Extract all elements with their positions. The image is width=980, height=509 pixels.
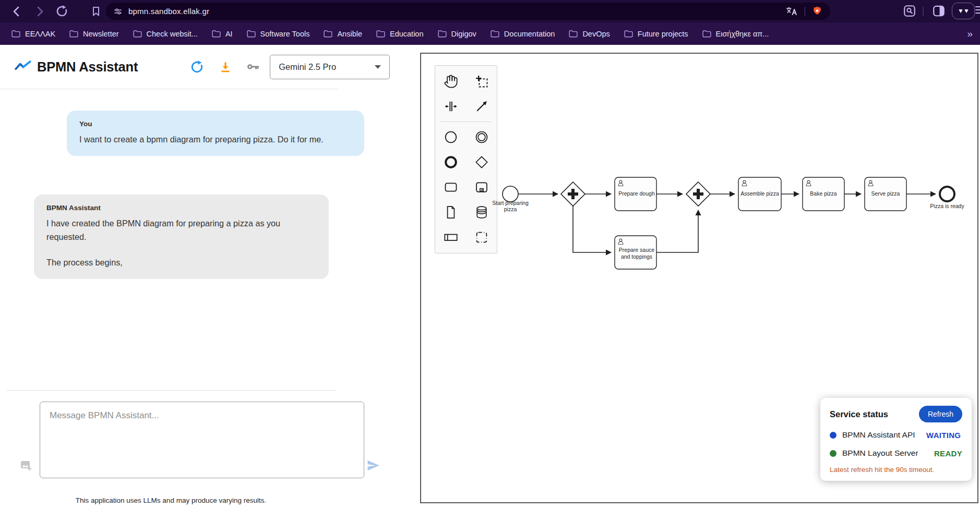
rewards-glyph-right	[964, 9, 969, 13]
folder-icon	[568, 29, 578, 39]
toolbar-separator	[923, 7, 924, 16]
message-text: I want to create a bpmn diagram for prep…	[79, 133, 352, 147]
folder-icon	[490, 29, 500, 39]
api-key-button[interactable]	[246, 60, 260, 74]
status-title: Service status	[830, 409, 888, 419]
bookmark-folder-ai[interactable]: AI	[205, 29, 240, 39]
service-row-layout: BPMN Layout Server READY	[830, 447, 962, 459]
bpmn-task-bake-pizza[interactable]: Bake pizza	[803, 177, 844, 211]
svg-text:Prepare dough: Prepare dough	[618, 190, 655, 197]
message-author: You	[79, 120, 352, 128]
refresh-chat-button[interactable]	[190, 60, 204, 74]
svg-text:Start preparing: Start preparing	[492, 200, 529, 206]
bpmn-parallel-gateway-split[interactable]	[561, 182, 585, 206]
service-name: BPMN Assistant API	[842, 429, 921, 441]
status-dot-green	[830, 450, 836, 457]
sidebar-icon	[932, 4, 946, 18]
app-header: BPMN Assistant Gemini 2.5 Pro	[0, 45, 397, 89]
rewards-glyph-left	[959, 9, 963, 13]
svg-text:Serve pizza: Serve pizza	[871, 190, 900, 197]
bpmn-task-assemble-pizza[interactable]: Assemble pizza	[738, 177, 781, 211]
bookmark-folder-eellak[interactable]: ΕΕΛΛΑΚ	[4, 29, 62, 39]
service-name: BPMN Layout Server	[842, 447, 928, 459]
folder-icon	[624, 29, 634, 39]
bookmark-folder-check-websites[interactable]: Check websit...	[126, 29, 205, 39]
search-panel-icon	[903, 4, 916, 18]
bpmn-start-event[interactable]: Start preparing pizza	[492, 186, 529, 212]
refresh-icon	[190, 60, 204, 74]
line-chart-icon	[14, 59, 32, 74]
svg-text:Pizza is ready: Pizza is ready	[930, 203, 964, 209]
message-text: I have created the BPMN diagram for prep…	[46, 217, 316, 270]
reload-icon	[55, 5, 68, 18]
svg-text:pizza: pizza	[504, 206, 517, 212]
bookmark-folder-ansible[interactable]: Ansible	[316, 29, 369, 39]
url-bar[interactable]: bpmn.sandbox.ellak.gr	[106, 3, 830, 20]
header-divider	[0, 89, 338, 89]
bookmarks-overflow-button[interactable]: »	[964, 22, 976, 45]
bpmn-end-event[interactable]: Pizza is ready	[930, 187, 964, 209]
svg-text:and toppings: and toppings	[621, 253, 652, 260]
model-selector[interactable]: Gemini 2.5 Pro	[270, 55, 390, 79]
bookmark-folder-imported[interactable]: Εισήχθηκε απ...	[695, 29, 776, 39]
folder-icon	[11, 29, 21, 39]
bpmn-parallel-gateway-join[interactable]	[686, 182, 710, 206]
search-panel-button[interactable]	[903, 4, 916, 18]
menu-button[interactable]	[975, 6, 980, 14]
bookmark-folder-documentation[interactable]: Documentation	[483, 29, 562, 39]
download-icon	[219, 60, 232, 74]
bookmark-folder-digigov[interactable]: Digigov	[431, 29, 483, 39]
status-warning: Latest refresh hit the 90s timeout.	[830, 466, 962, 474]
service-status-card: Service status Refresh BPMN Assistant AP…	[820, 398, 972, 481]
reload-button[interactable]	[55, 5, 68, 18]
svg-text:Prepare sauce: Prepare sauce	[619, 247, 654, 253]
add-image-icon	[20, 459, 32, 472]
bpmn-task-serve-pizza[interactable]: Serve pizza	[865, 177, 906, 211]
send-button[interactable]	[366, 458, 380, 472]
llm-disclaimer: This application uses LLMs and may produ…	[0, 496, 342, 504]
forward-icon	[33, 5, 46, 18]
status-dot-blue	[830, 432, 836, 439]
send-icon	[366, 458, 380, 472]
folder-icon	[69, 29, 79, 39]
brave-rewards-button[interactable]	[952, 3, 975, 19]
forward-button[interactable]	[33, 5, 46, 18]
svg-text:Assemble pizza: Assemble pizza	[740, 190, 779, 197]
bookmark-button[interactable]	[90, 5, 102, 18]
browser-topbar: bpmn.sandbox.ellak.gr	[0, 0, 980, 22]
add-image-button[interactable]	[20, 459, 32, 472]
folder-icon	[211, 29, 221, 39]
chevron-down-icon	[375, 65, 381, 69]
svg-text:Bake pizza: Bake pizza	[810, 190, 837, 197]
flow-gateway-to-sauce[interactable]	[573, 206, 611, 252]
download-button[interactable]	[219, 60, 232, 74]
service-row-api: BPMN Assistant API WAITING	[830, 429, 962, 441]
message-input[interactable]	[40, 402, 364, 478]
status-refresh-button[interactable]: Refresh	[919, 406, 962, 422]
translate-button[interactable]	[786, 6, 798, 16]
page-title: BPMN Assistant	[37, 59, 138, 75]
back-icon	[10, 5, 23, 18]
folder-icon	[702, 29, 712, 39]
input-divider	[6, 390, 336, 391]
folder-icon	[376, 29, 386, 39]
flow-sauce-to-join[interactable]	[656, 210, 698, 252]
bookmark-folder-software-tools[interactable]: Software Tools	[240, 29, 317, 39]
bookmark-folder-education[interactable]: Education	[369, 29, 431, 39]
bookmark-folder-newsletter[interactable]: Newsletter	[62, 29, 126, 39]
bookmark-folder-devops[interactable]: DevOps	[561, 29, 616, 39]
sidebar-button[interactable]	[932, 4, 946, 18]
bpmn-task-prepare-sauce[interactable]: Prepare sauce and toppings	[615, 236, 656, 269]
bookmark-folder-future-projects[interactable]: Future projects	[617, 29, 695, 39]
folder-icon	[437, 29, 447, 39]
brave-shields-button[interactable]	[811, 5, 823, 18]
model-selector-value: Gemini 2.5 Pro	[279, 62, 375, 72]
back-button[interactable]	[10, 5, 23, 18]
bookmark-icon	[90, 5, 102, 18]
message-author: BPMN Assistant	[46, 204, 316, 212]
bpmn-task-prepare-dough[interactable]: Prepare dough	[615, 177, 656, 211]
folder-icon	[323, 29, 333, 39]
tune-icon	[113, 7, 123, 16]
brave-shield-icon	[811, 5, 823, 18]
folder-icon	[133, 29, 142, 39]
